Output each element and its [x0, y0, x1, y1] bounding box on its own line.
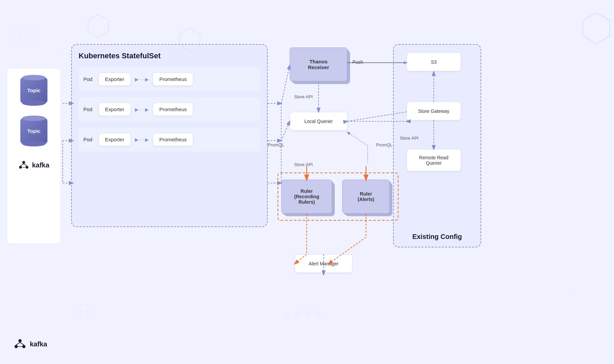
- exporter-3: Exporter: [99, 133, 131, 146]
- local-querier-label: Local Querier: [304, 119, 333, 124]
- store-api-2-label: Store API: [294, 162, 313, 167]
- svg-point-5: [26, 26, 28, 28]
- svg-marker-0: [88, 15, 108, 38]
- svg-point-6: [33, 26, 35, 28]
- svg-point-32: [22, 161, 25, 164]
- pod-row-3: Pod Exporter ▶ · · ▶ Prometheus: [79, 127, 260, 151]
- svg-point-23: [87, 318, 89, 320]
- kafka-logo: kafka: [18, 160, 49, 170]
- svg-point-8: [19, 33, 21, 35]
- exporter-2: Exporter: [99, 103, 131, 116]
- svg-point-12: [19, 40, 21, 42]
- arrow-2a: ▶ · · ▶: [135, 107, 149, 112]
- prometheus-2: Prometheus: [153, 103, 193, 116]
- svg-point-19: [80, 311, 82, 313]
- svg-rect-31: [314, 311, 322, 319]
- diagram-container: Topic Topic kafka Kubernetes StatefulSet: [0, 0, 614, 364]
- arrow-1a: ▶ · · ▶: [135, 77, 149, 82]
- remote-read-querier: Remote Read Querier: [407, 149, 461, 171]
- alert-manager: Alert Manager: [295, 254, 352, 273]
- thanos-receiver-label: Thanos Receiver: [308, 59, 329, 70]
- svg-point-9: [26, 33, 28, 35]
- topic-1-label: Topic: [27, 87, 41, 93]
- svg-line-65: [347, 132, 368, 146]
- svg-point-4: [19, 26, 21, 28]
- arrow-3a: ▶ · · ▶: [135, 137, 149, 142]
- local-querier: Local Querier: [290, 112, 347, 130]
- pod-row-2: Pod Exporter ▶ · · ▶ Prometheus: [79, 97, 260, 121]
- k8s-statefulset-box: Kubernetes StatefulSet Pod Exporter ▶ · …: [71, 44, 268, 227]
- svg-line-35: [21, 164, 24, 166]
- pod-label-1: Pod: [83, 76, 95, 82]
- svg-line-46: [281, 65, 290, 103]
- svg-point-10: [33, 33, 35, 35]
- exporter-1: Exporter: [99, 73, 131, 86]
- svg-point-15: [74, 304, 76, 306]
- pod-label-3: Pod: [83, 137, 95, 142]
- store-gateway: Store Gateway: [407, 102, 461, 120]
- svg-point-7: [13, 33, 15, 35]
- svg-point-20: [87, 311, 89, 313]
- svg-marker-2: [583, 13, 610, 44]
- existing-config-title: Existing Config: [394, 233, 480, 241]
- svg-line-71: [20, 342, 24, 345]
- topic-1-shape: Topic: [20, 78, 47, 103]
- svg-point-16: [80, 304, 82, 306]
- topic-2-shape: Topic: [20, 118, 47, 144]
- ruler-recording-label: Ruler (Recording Rulers): [294, 188, 319, 205]
- svg-rect-29: [294, 311, 302, 319]
- store-api-3-label: Store API: [400, 136, 418, 141]
- existing-config-box: Existing Config: [393, 44, 481, 247]
- kafka-label: kafka: [32, 161, 49, 169]
- bottom-kafka-icon: [14, 338, 26, 350]
- bottom-kafka: kafka: [14, 338, 47, 350]
- alert-manager-label: Alert Manager: [309, 261, 339, 266]
- svg-line-36: [24, 164, 27, 166]
- svg-rect-30: [304, 311, 312, 319]
- svg-point-21: [74, 318, 76, 320]
- prometheus-3: Prometheus: [153, 133, 193, 146]
- s3-label: S3: [431, 59, 436, 65]
- remote-read-querier-label: Remote Read Querier: [419, 155, 448, 166]
- push-label: Push: [352, 59, 363, 65]
- kafka-icon: [18, 160, 29, 170]
- svg-point-14: [33, 40, 35, 42]
- svg-point-11: [13, 40, 15, 42]
- topic-2: Topic: [19, 116, 49, 146]
- topic-2-label: Topic: [27, 128, 41, 134]
- thanos-receiver: Thanos Receiver: [290, 47, 347, 81]
- k8s-title: Kubernetes StatefulSet: [79, 52, 260, 60]
- prometheus-1: Prometheus: [153, 73, 193, 86]
- svg-point-3: [13, 26, 15, 28]
- svg-point-13: [26, 40, 28, 42]
- kafka-panel: Topic Topic kafka: [7, 68, 61, 244]
- pod-row-1: Pod Exporter ▶ · · ▶ Prometheus: [79, 67, 260, 91]
- svg-point-22: [80, 318, 82, 320]
- svg-point-17: [87, 304, 89, 306]
- svg-line-70: [16, 342, 20, 345]
- svg-line-47: [281, 121, 290, 141]
- store-api-1-label: Store API: [294, 94, 313, 99]
- s3: S3: [407, 53, 461, 71]
- bottom-kafka-label: kafka: [30, 340, 47, 348]
- pod-label-2: Pod: [83, 106, 95, 112]
- svg-point-18: [74, 311, 76, 313]
- ruler-recording: Ruler (Recording Rulers): [281, 180, 332, 214]
- promql-left-label: PromQL: [268, 142, 284, 147]
- ruler-alerts-label: Ruler (Alerts): [357, 191, 374, 202]
- ruler-alerts: Ruler (Alerts): [342, 180, 390, 214]
- svg-rect-28: [284, 311, 291, 319]
- promql-right-label: PromQL: [376, 142, 392, 147]
- topic-1: Topic: [19, 75, 49, 105]
- store-gateway-label: Store Gateway: [418, 108, 450, 114]
- svg-point-67: [18, 339, 22, 343]
